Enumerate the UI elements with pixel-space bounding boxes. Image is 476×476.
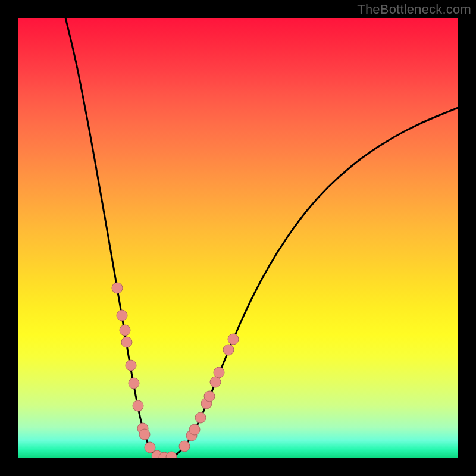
- data-point: [228, 334, 239, 345]
- plot-area: [18, 18, 458, 458]
- watermark-text: TheBottleneck.com: [357, 2, 471, 17]
- data-point: [166, 452, 177, 458]
- data-point: [117, 310, 127, 321]
- data-point: [129, 378, 139, 389]
- chart-frame: TheBottleneck.com: [0, 0, 476, 476]
- data-point: [195, 412, 206, 423]
- data-point: [204, 391, 215, 402]
- data-point: [145, 442, 155, 453]
- scatter-right-branch: [179, 334, 239, 452]
- data-point: [120, 325, 130, 336]
- data-point: [133, 400, 143, 411]
- bottleneck-curve: [65, 18, 458, 458]
- chart-svg: [18, 18, 458, 458]
- data-point: [189, 424, 200, 435]
- data-point: [126, 360, 136, 371]
- scatter-left-branch: [112, 283, 177, 458]
- data-point: [179, 441, 190, 452]
- data-point: [112, 283, 123, 293]
- data-point: [214, 367, 224, 378]
- data-point: [121, 337, 132, 347]
- data-point: [139, 429, 150, 440]
- data-point: [223, 345, 234, 355]
- data-point: [210, 377, 221, 387]
